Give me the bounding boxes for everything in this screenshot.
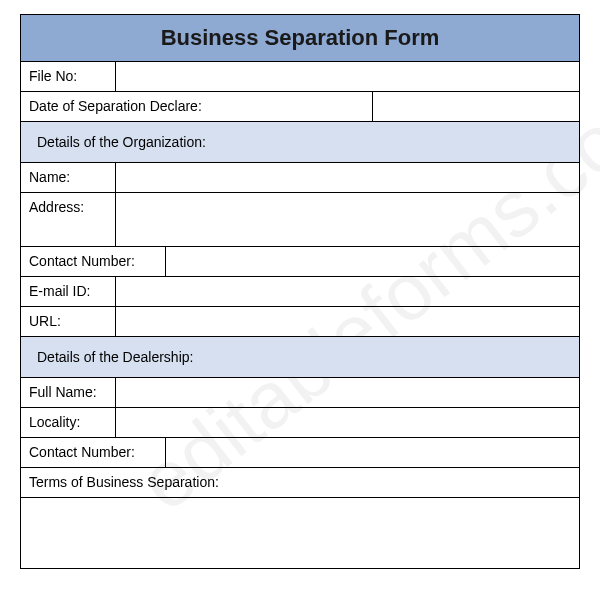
row-terms-body[interactable] [21, 498, 579, 568]
label-contact: Contact Number: [21, 247, 166, 276]
label-dealership-header: Details of the Dealership: [29, 343, 571, 371]
field-contact2[interactable] [166, 438, 579, 467]
field-address[interactable] [116, 193, 579, 246]
section-dealership: Details of the Dealership: [21, 337, 579, 378]
field-terms[interactable] [21, 498, 579, 568]
row-contact2: Contact Number: [21, 438, 579, 468]
row-file-no: File No: [21, 62, 579, 92]
field-url[interactable] [116, 307, 579, 336]
label-terms: Terms of Business Separation: [21, 468, 579, 497]
field-email[interactable] [116, 277, 579, 306]
row-full-name: Full Name: [21, 378, 579, 408]
row-locality: Locality: [21, 408, 579, 438]
row-email: E-mail ID: [21, 277, 579, 307]
label-url: URL: [21, 307, 116, 336]
label-organization-header: Details of the Organization: [29, 128, 571, 156]
label-contact2: Contact Number: [21, 438, 166, 467]
label-name: Name: [21, 163, 116, 192]
row-contact: Contact Number: [21, 247, 579, 277]
business-separation-form: Business Separation Form File No: Date o… [20, 14, 580, 569]
label-date-separation: Date of Separation Declare: [21, 92, 373, 121]
label-full-name: Full Name: [21, 378, 116, 407]
label-file-no: File No: [21, 62, 116, 91]
row-name: Name: [21, 163, 579, 193]
field-file-no[interactable] [116, 62, 579, 91]
field-name[interactable] [116, 163, 579, 192]
row-address: Address: [21, 193, 579, 247]
form-title: Business Separation Form [21, 15, 579, 62]
row-date-separation: Date of Separation Declare: [21, 92, 579, 122]
field-full-name[interactable] [116, 378, 579, 407]
label-email: E-mail ID: [21, 277, 116, 306]
field-contact[interactable] [166, 247, 579, 276]
row-terms-label: Terms of Business Separation: [21, 468, 579, 498]
label-address: Address: [21, 193, 116, 246]
field-locality[interactable] [116, 408, 579, 437]
section-organization: Details of the Organization: [21, 122, 579, 163]
field-date-separation[interactable] [373, 92, 579, 121]
row-url: URL: [21, 307, 579, 337]
label-locality: Locality: [21, 408, 116, 437]
